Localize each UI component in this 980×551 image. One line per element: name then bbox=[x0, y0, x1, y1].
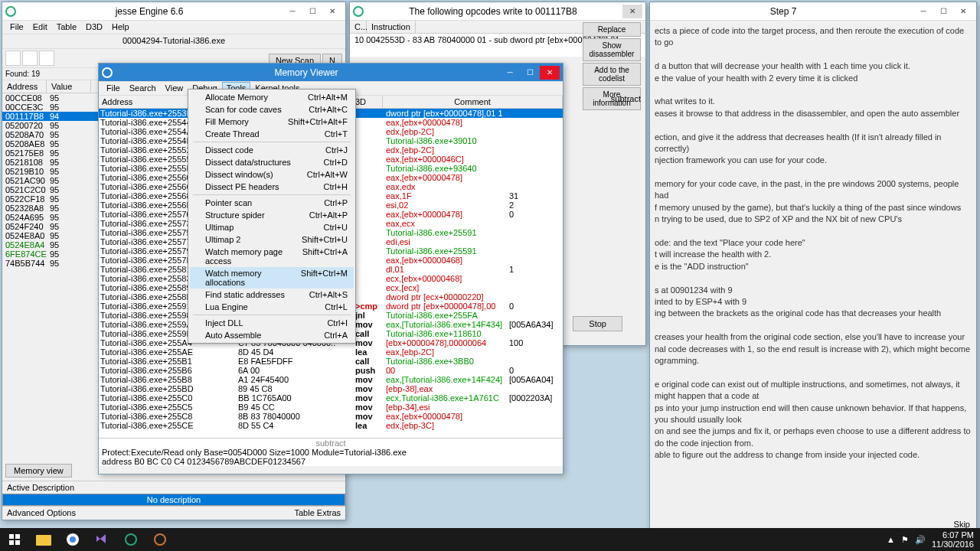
footer-protect: Protect:Execute/Read only Base=0054D000 … bbox=[102, 448, 560, 457]
dis-row[interactable]: Tutorial-i386.exe+255AE8D 45 D4leaeax,[e… bbox=[99, 347, 563, 357]
svg-rect-7 bbox=[36, 535, 51, 546]
tools-menu-item[interactable]: Find static addressesCtrl+Alt+S bbox=[190, 289, 354, 301]
tray-flag-icon[interactable]: ⚑ bbox=[901, 535, 909, 545]
opcodes-titlebar[interactable]: The following opcodes write to 001117B8 … bbox=[350, 2, 645, 21]
taskbar: ▲ ⚑ 🔊 6:07 PM 11/30/2016 bbox=[0, 528, 980, 551]
dis-row[interactable]: Tutorial-i386.exe+255C5B9 45 CCmov[ebp-3… bbox=[99, 403, 563, 412]
mv-view[interactable]: View bbox=[161, 82, 188, 95]
min-btn[interactable]: ─ bbox=[500, 66, 520, 80]
tools-menu-item[interactable]: Inject DLLCtrl+I bbox=[190, 317, 354, 329]
mv-file[interactable]: File bbox=[102, 82, 125, 95]
tools-menu-item[interactable]: Pointer scanCtrl+P bbox=[190, 197, 354, 209]
opcodes-title: The following opcodes write to 001117B8 bbox=[364, 6, 622, 17]
tools-menu-item[interactable]: Ultimap 2Shift+Ctrl+U bbox=[190, 233, 354, 246]
dis-row[interactable]: Tutorial-i386.exe+255B66A 00push000 bbox=[99, 366, 563, 375]
desc-row[interactable]: No description bbox=[2, 494, 345, 506]
ce-icon bbox=[5, 6, 16, 17]
tools-menu-item[interactable]: Dissect codeCtrl+J bbox=[190, 144, 354, 156]
table-extras[interactable]: Table Extras bbox=[294, 508, 341, 518]
memory-view-button[interactable]: Memory view bbox=[5, 464, 72, 478]
tools-menu-item[interactable]: Lua EngineCtrl+L bbox=[190, 301, 354, 313]
svg-rect-4 bbox=[15, 534, 20, 539]
max-btn[interactable]: ☐ bbox=[520, 66, 540, 80]
advanced-options[interactable]: Advanced Options bbox=[7, 508, 76, 518]
menu-d3d[interactable]: D3D bbox=[81, 21, 107, 34]
open-icon[interactable] bbox=[5, 51, 21, 66]
step7-window: Step 7 ─☐✕ ects a piece of code into the… bbox=[649, 2, 977, 533]
close-btn[interactable]: ✕ bbox=[540, 66, 560, 80]
col-dis-comment[interactable]: Comment bbox=[383, 96, 563, 108]
clock-time: 6:07 PM bbox=[932, 530, 974, 540]
menu-table[interactable]: Table bbox=[52, 21, 81, 34]
vs-icon[interactable] bbox=[87, 528, 116, 551]
clock-date: 11/30/2016 bbox=[932, 540, 974, 549]
svg-point-0 bbox=[6, 7, 15, 16]
main-titlebar[interactable]: jesse Engine 6.6 ─☐✕ bbox=[2, 2, 345, 21]
start-button[interactable] bbox=[0, 528, 29, 551]
menu-edit[interactable]: Edit bbox=[28, 21, 52, 34]
close-btn[interactable]: ✕ bbox=[953, 5, 973, 18]
tools-menu-item[interactable]: Fill MemoryShift+Ctrl+Alt+F bbox=[190, 116, 354, 128]
tools-menu-item[interactable]: Auto AssembleCtrl+A bbox=[190, 329, 354, 341]
svg-point-1 bbox=[354, 7, 363, 16]
status-bar: Advanced Options Table Extras bbox=[2, 506, 345, 520]
system-tray[interactable]: ▲ ⚑ 🔊 6:07 PM 11/30/2016 bbox=[880, 530, 980, 549]
dis-row[interactable]: Tutorial-i386.exe+255C88B 83 78040000mov… bbox=[99, 412, 563, 421]
menu-file[interactable]: File bbox=[5, 21, 28, 34]
main-menubar: File Edit Table D3D Help bbox=[2, 21, 345, 34]
mv-search[interactable]: Search bbox=[125, 82, 161, 95]
tools-menu-item[interactable]: Structure spiderCtrl+Alt+P bbox=[190, 209, 354, 221]
step7-text: ects a piece of code into the target pro… bbox=[650, 21, 976, 465]
dis-row[interactable]: Tutorial-i386.exe+255C0BB 1C765A00movecx… bbox=[99, 393, 563, 403]
footer-sub: subtract bbox=[102, 439, 560, 448]
tools-menu-item[interactable]: Allocate MemoryCtrl+Alt+M bbox=[190, 91, 354, 103]
max-btn[interactable]: ☐ bbox=[302, 5, 322, 18]
tools-menu-item[interactable]: Create ThreadCtrl+T bbox=[190, 128, 354, 140]
tray-up-icon[interactable]: ▲ bbox=[887, 535, 895, 544]
chrome-icon[interactable] bbox=[58, 528, 87, 551]
show-disasm-button[interactable]: Show disassembler bbox=[583, 38, 641, 61]
ce-taskbar-icon2[interactable] bbox=[145, 528, 175, 551]
footer-hex: address B0 BC C0 C4 0123456789ABCDEF0123… bbox=[102, 457, 560, 466]
tools-menu-item[interactable]: Scan for code cavesCtrl+Alt+C bbox=[190, 103, 354, 116]
close-btn[interactable]: ✕ bbox=[622, 5, 642, 18]
col-dis-opc[interactable]: 3D bbox=[352, 96, 383, 108]
tools-menu-item[interactable]: UltimapCtrl+U bbox=[190, 221, 354, 233]
tools-menu-item[interactable]: Watch memory page accessShift+Ctrl+A bbox=[190, 246, 354, 267]
col-value[interactable]: Value bbox=[47, 80, 91, 93]
col-instruction[interactable]: Instruction bbox=[367, 21, 416, 33]
stop-button[interactable]: Stop bbox=[573, 316, 622, 331]
dis-row[interactable]: Tutorial-i386.exe+255CE8D 55 C4leaedx,[e… bbox=[99, 421, 563, 430]
pc-icon[interactable] bbox=[39, 51, 54, 66]
svg-point-11 bbox=[155, 534, 165, 545]
tools-menu-item[interactable]: Dissect data/structuresCtrl+D bbox=[190, 156, 354, 168]
col-address[interactable]: Address bbox=[2, 80, 47, 93]
add-codelist-button[interactable]: Add to the codelist bbox=[583, 63, 641, 86]
min-btn[interactable]: ─ bbox=[283, 5, 302, 18]
menu-help[interactable]: Help bbox=[107, 21, 134, 34]
subtract-label: subtract bbox=[611, 94, 641, 103]
dis-row[interactable]: Tutorial-i386.exe+255B1E8 FAE5FDFFcallTu… bbox=[99, 357, 563, 366]
step7-title: Step 7 bbox=[653, 6, 913, 17]
dis-row[interactable]: Tutorial-i386.exe+255BD89 45 C8mov[ebp-3… bbox=[99, 384, 563, 393]
replace-button[interactable]: Replace bbox=[583, 22, 641, 37]
dis-row[interactable]: Tutorial-i386.exe+255B8A1 24F45400moveax… bbox=[99, 375, 563, 384]
tools-menu-item[interactable]: Dissect window(s)Ctrl+Alt+W bbox=[190, 168, 354, 181]
tray-volume-icon[interactable]: 🔊 bbox=[915, 535, 926, 545]
save-icon[interactable] bbox=[22, 51, 38, 66]
col-count[interactable]: C... bbox=[350, 21, 367, 33]
ce-taskbar-icon[interactable] bbox=[116, 528, 145, 551]
step7-titlebar[interactable]: Step 7 ─☐✕ bbox=[650, 2, 976, 21]
min-btn[interactable]: ─ bbox=[913, 5, 933, 18]
tools-menu-item[interactable]: Dissect PE headersCtrl+H bbox=[190, 181, 354, 193]
process-name[interactable]: 00004294-Tutorial-i386.exe bbox=[2, 34, 345, 49]
ce-icon bbox=[353, 6, 364, 17]
dis-footer: subtract Protect:Execute/Read only Base=… bbox=[99, 438, 563, 466]
memview-titlebar[interactable]: Memory Viewer ─☐✕ bbox=[99, 64, 563, 82]
tools-menu-item[interactable]: Watch memory allocationsShift+Ctrl+M bbox=[190, 267, 354, 289]
memview-title: Memory Viewer bbox=[113, 67, 500, 78]
explorer-icon[interactable] bbox=[29, 528, 58, 551]
close-btn[interactable]: ✕ bbox=[322, 5, 342, 18]
max-btn[interactable]: ☐ bbox=[933, 5, 953, 18]
svg-point-10 bbox=[126, 534, 136, 545]
